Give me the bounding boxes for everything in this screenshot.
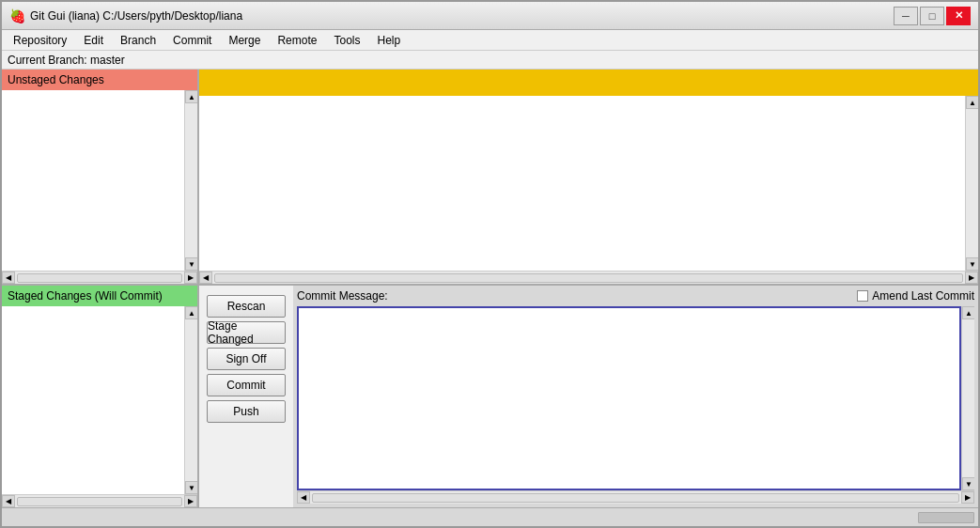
unstaged-scroll-track[interactable] xyxy=(185,103,197,257)
unstaged-hscroll: ◀ ▶ xyxy=(2,271,197,284)
app-icon: 🍓 xyxy=(9,8,24,23)
commit-hscroll-left[interactable]: ◀ xyxy=(297,491,310,504)
staged-vscroll: ▲ ▼ xyxy=(184,306,197,494)
commit-scroll-up[interactable]: ▲ xyxy=(962,306,974,319)
unstaged-content: ▲ ▼ xyxy=(2,90,197,271)
status-grip xyxy=(918,512,974,523)
diff-header xyxy=(199,70,978,96)
diff-panel: ▲ ▼ ◀ ▶ xyxy=(199,70,978,284)
commit-scroll-track[interactable] xyxy=(962,319,974,477)
bottom-section: Staged Changes (Will Commit) ▲ ▼ ◀ ▶ xyxy=(2,286,978,507)
unstaged-scroll-up[interactable]: ▲ xyxy=(185,90,197,103)
commit-hscroll: ◀ ▶ xyxy=(297,490,974,504)
commit-hscroll-track[interactable] xyxy=(312,493,959,503)
diff-scroll-down[interactable]: ▼ xyxy=(966,257,978,271)
maximize-button[interactable]: □ xyxy=(920,7,944,25)
menu-merge[interactable]: Merge xyxy=(221,32,268,49)
window-controls: ─ □ ✕ xyxy=(894,7,971,25)
unstaged-scroll-down[interactable]: ▼ xyxy=(185,257,197,271)
unstaged-hscroll-track[interactable] xyxy=(17,273,182,283)
amend-checkbox[interactable] xyxy=(857,290,868,302)
staged-list[interactable] xyxy=(2,306,184,494)
staged-panel: Staged Changes (Will Commit) ▲ ▼ ◀ ▶ xyxy=(2,286,199,507)
staged-hscroll-left[interactable]: ◀ xyxy=(2,495,15,507)
current-branch-bar: Current Branch: master xyxy=(2,51,978,70)
commit-panel: Commit Message: Amend Last Commit ▲ ▼ xyxy=(293,286,978,507)
commit-button[interactable]: Commit xyxy=(207,374,286,396)
diff-vscroll: ▲ ▼ xyxy=(965,96,978,271)
menu-branch[interactable]: Branch xyxy=(113,32,163,49)
commit-vscroll: ▲ ▼ xyxy=(961,306,974,490)
commit-header-row: Commit Message: Amend Last Commit xyxy=(297,289,974,303)
current-branch-label: Current Branch: master xyxy=(8,54,125,67)
menu-help[interactable]: Help xyxy=(369,32,408,49)
menu-bar: Repository Edit Branch Commit Merge Remo… xyxy=(2,30,978,51)
menu-remote[interactable]: Remote xyxy=(270,32,324,49)
menu-commit[interactable]: Commit xyxy=(165,32,219,49)
menu-repository[interactable]: Repository xyxy=(6,32,74,49)
diff-hscroll-track[interactable] xyxy=(214,273,963,283)
diff-scroll-up[interactable]: ▲ xyxy=(966,96,978,109)
rescan-button[interactable]: Rescan xyxy=(207,295,286,318)
top-section: Unstaged Changes ▲ ▼ ◀ ▶ xyxy=(2,70,978,286)
unstaged-panel: Unstaged Changes ▲ ▼ ◀ ▶ xyxy=(2,70,199,284)
staged-content: ▲ ▼ xyxy=(2,306,197,494)
diff-hscroll-right[interactable]: ▶ xyxy=(965,272,978,284)
commit-message-input[interactable] xyxy=(297,306,961,490)
main-area: Unstaged Changes ▲ ▼ ◀ ▶ xyxy=(2,70,978,526)
staged-scroll-up[interactable]: ▲ xyxy=(185,306,197,319)
diff-hscroll: ◀ ▶ xyxy=(199,271,978,284)
diff-scroll-track[interactable] xyxy=(966,109,978,257)
staged-hscroll: ◀ ▶ xyxy=(2,494,197,507)
diff-content[interactable] xyxy=(199,96,965,271)
menu-tools[interactable]: Tools xyxy=(326,32,367,49)
status-bar xyxy=(2,507,978,526)
sign-off-button[interactable]: Sign Off xyxy=(207,348,286,370)
commit-message-label: Commit Message: xyxy=(297,289,388,303)
commit-hscroll-right[interactable]: ▶ xyxy=(961,491,974,504)
window-title: Git Gui (liana) C:/Users/pyth/Desktop/li… xyxy=(30,9,894,23)
staged-hscroll-right[interactable]: ▶ xyxy=(184,495,197,507)
staged-header: Staged Changes (Will Commit) xyxy=(2,286,197,306)
action-buttons: Rescan Stage Changed Sign Off Commit Pus… xyxy=(199,286,293,507)
commit-scroll-down[interactable]: ▼ xyxy=(962,477,974,490)
amend-label-group: Amend Last Commit xyxy=(857,289,974,303)
unstaged-vscroll: ▲ ▼ xyxy=(184,90,197,271)
commit-area: Commit Message: Amend Last Commit ▲ ▼ xyxy=(293,286,978,507)
commit-message-area: ▲ ▼ xyxy=(297,306,974,490)
push-button[interactable]: Push xyxy=(207,400,286,423)
unstaged-list[interactable] xyxy=(2,90,184,271)
menu-edit[interactable]: Edit xyxy=(76,32,111,49)
staged-scroll-track[interactable] xyxy=(185,319,197,481)
amend-text: Amend Last Commit xyxy=(872,289,974,303)
unstaged-hscroll-left[interactable]: ◀ xyxy=(2,272,15,284)
unstaged-header: Unstaged Changes xyxy=(2,70,197,90)
minimize-button[interactable]: ─ xyxy=(894,7,918,25)
stage-changed-button[interactable]: Stage Changed xyxy=(207,321,286,344)
close-button[interactable]: ✕ xyxy=(946,7,971,25)
title-bar: 🍓 Git Gui (liana) C:/Users/pyth/Desktop/… xyxy=(2,2,978,30)
unstaged-hscroll-right[interactable]: ▶ xyxy=(184,272,197,284)
staged-scroll-down[interactable]: ▼ xyxy=(185,481,197,494)
diff-hscroll-left[interactable]: ◀ xyxy=(199,272,212,284)
main-window: 🍓 Git Gui (liana) C:/Users/pyth/Desktop/… xyxy=(0,0,980,528)
diff-content-area: ▲ ▼ xyxy=(199,96,978,271)
staged-hscroll-track[interactable] xyxy=(17,497,182,506)
